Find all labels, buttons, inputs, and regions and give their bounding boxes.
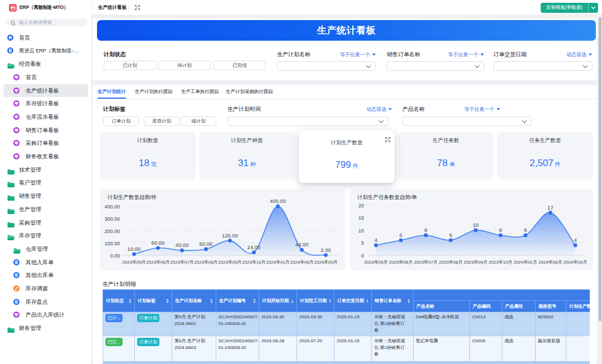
- svg-text:2023年07月: 2023年07月: [170, 260, 194, 265]
- svg-text:10: 10: [358, 228, 364, 234]
- svg-text:6: 6: [449, 232, 452, 238]
- svg-text:2024年09月: 2024年09月: [564, 260, 588, 265]
- svg-text:0.00: 0.00: [110, 253, 120, 259]
- svg-text:2023年10月: 2023年10月: [489, 260, 513, 265]
- svg-text:6: 6: [400, 232, 402, 238]
- svg-text:2023年08月: 2023年08月: [194, 260, 218, 265]
- svg-text:200.00: 200.00: [104, 229, 120, 234]
- svg-text:2023年09月: 2023年09月: [218, 260, 242, 265]
- svg-text:17: 17: [547, 205, 554, 211]
- svg-text:2024年09月: 2024年09月: [314, 260, 338, 265]
- svg-text:100.00: 100.00: [104, 241, 120, 246]
- svg-text:0: 0: [361, 253, 364, 259]
- svg-text:2024年06月: 2024年06月: [538, 260, 562, 265]
- svg-text:400.00: 400.00: [270, 198, 286, 204]
- svg-text:4: 4: [574, 237, 576, 243]
- svg-text:50.00: 50.00: [200, 241, 213, 247]
- svg-text:300.00: 300.00: [104, 216, 120, 222]
- svg-text:2.00: 2.00: [321, 247, 331, 253]
- svg-text:120.00: 120.00: [222, 232, 238, 239]
- svg-text:20: 20: [358, 203, 364, 208]
- svg-text:2023年08月: 2023年08月: [439, 260, 463, 265]
- svg-text:8: 8: [424, 227, 427, 233]
- svg-text:10: 10: [473, 222, 479, 228]
- svg-text:2024年01月: 2024年01月: [513, 260, 537, 265]
- svg-text:2023年10月: 2023年10月: [242, 260, 266, 265]
- svg-text:10.00: 10.00: [128, 246, 141, 252]
- svg-text:2023年06月: 2023年06月: [146, 260, 170, 265]
- svg-text:2023年06月: 2023年06月: [389, 260, 413, 265]
- svg-text:24.00: 24.00: [247, 244, 261, 250]
- svg-text:8: 8: [499, 227, 502, 233]
- svg-text:60.00: 60.00: [152, 240, 165, 246]
- svg-text:44.00: 44.00: [295, 241, 309, 247]
- svg-text:400.00: 400.00: [104, 204, 120, 210]
- svg-text:2023年05月: 2023年05月: [122, 260, 146, 265]
- svg-text:15: 15: [358, 215, 364, 221]
- svg-text:2023年07月: 2023年07月: [414, 260, 438, 265]
- svg-text:2023年05月: 2023年05月: [364, 260, 388, 265]
- svg-text:4: 4: [375, 237, 377, 243]
- svg-text:2024年01月: 2024年01月: [266, 260, 290, 265]
- svg-text:8: 8: [524, 227, 527, 233]
- svg-text:5: 5: [361, 240, 364, 246]
- svg-text:2023年09月: 2023年09月: [464, 260, 488, 265]
- svg-text:2024年06月: 2024年06月: [290, 260, 314, 265]
- svg-text:40.00: 40.00: [176, 242, 189, 248]
